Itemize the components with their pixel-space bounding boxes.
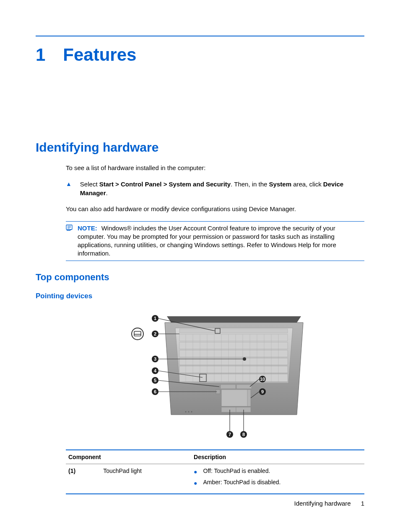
callout-6: 6	[152, 388, 158, 395]
footer-page-number: 1	[361, 500, 364, 507]
callout-10: 10	[259, 376, 266, 382]
pointing-devices-diagram: 1 2 3 4 5 6 7 8 9 10	[66, 308, 364, 442]
callout-7: 7	[226, 431, 233, 438]
svg-text:5: 5	[154, 378, 156, 383]
svg-text:8: 8	[242, 432, 245, 437]
svg-point-40	[191, 411, 192, 412]
svg-point-30	[243, 357, 246, 361]
svg-text:4: 4	[154, 368, 157, 373]
chapter-number: 1	[36, 45, 45, 65]
svg-text:1: 1	[154, 316, 156, 321]
description-item: Amber: TouchPad is disabled.	[203, 479, 281, 486]
section-heading-pointing-devices: Pointing devices	[36, 292, 364, 300]
callout-8: 8	[240, 431, 247, 438]
callout-2: 2	[152, 331, 158, 337]
procedure-step: ▲ Select Start > Control Panel > System …	[66, 180, 364, 197]
callout-3: 3	[152, 356, 158, 362]
components-table: Component Description (1) TouchPad light…	[66, 449, 364, 494]
svg-rect-32	[247, 390, 251, 406]
svg-text:3: 3	[154, 356, 156, 362]
svg-rect-7	[179, 329, 288, 333]
callout-4: 4	[152, 367, 158, 374]
svg-rect-8	[179, 334, 288, 341]
svg-point-41	[132, 328, 143, 340]
svg-rect-35	[221, 385, 236, 389]
svg-rect-42	[134, 331, 141, 336]
svg-text:6: 6	[154, 389, 156, 394]
svg-text:7: 7	[229, 432, 231, 437]
row-component: TouchPad light	[101, 464, 191, 494]
svg-rect-10	[179, 350, 288, 357]
table-row: (1) TouchPad light ● Off: TouchPad is en…	[66, 464, 364, 494]
svg-marker-4	[167, 316, 301, 323]
svg-point-38	[185, 411, 187, 412]
step-text: Select Start > Control Panel > System an…	[80, 180, 364, 197]
svg-rect-31	[221, 390, 251, 406]
section-heading-identifying-hardware: Identifying hardware	[36, 140, 364, 155]
callout-9: 9	[259, 388, 266, 395]
followup-text: You can also add hardware or modify devi…	[66, 205, 364, 213]
note-text: NOTE:Windows® includes the User Account …	[78, 224, 364, 258]
row-description: ● Off: TouchPad is enabled. ● Amber: Tou…	[191, 464, 364, 494]
chapter-header: 1 Features	[36, 45, 364, 65]
section-heading-top-components: Top components	[36, 272, 364, 283]
th-component: Component	[66, 450, 191, 464]
page-footer: Identifying hardware 1	[294, 500, 364, 507]
callout-1: 1	[152, 315, 158, 322]
description-item: Off: TouchPad is enabled.	[203, 467, 270, 474]
svg-rect-12	[179, 366, 288, 373]
row-index: (1)	[66, 464, 101, 494]
callout-5: 5	[152, 377, 158, 384]
svg-text:9: 9	[261, 389, 264, 394]
svg-rect-36	[236, 385, 252, 389]
svg-rect-33	[221, 407, 236, 412]
chapter-title: Features	[63, 45, 136, 65]
bullet-icon: ●	[194, 480, 197, 486]
footer-section: Identifying hardware	[294, 500, 351, 507]
svg-point-39	[188, 411, 190, 412]
note-block: NOTE:Windows® includes the User Account …	[66, 221, 364, 261]
triangle-bullet-icon: ▲	[66, 181, 72, 187]
note-icon	[66, 225, 74, 232]
svg-text:10: 10	[260, 377, 265, 382]
svg-text:2: 2	[154, 331, 156, 336]
bullet-icon: ●	[194, 469, 197, 475]
svg-rect-13	[179, 374, 288, 382]
svg-rect-9	[179, 342, 288, 349]
intro-text: To see a list of hardware installed in t…	[66, 164, 364, 172]
th-description: Description	[191, 450, 364, 464]
